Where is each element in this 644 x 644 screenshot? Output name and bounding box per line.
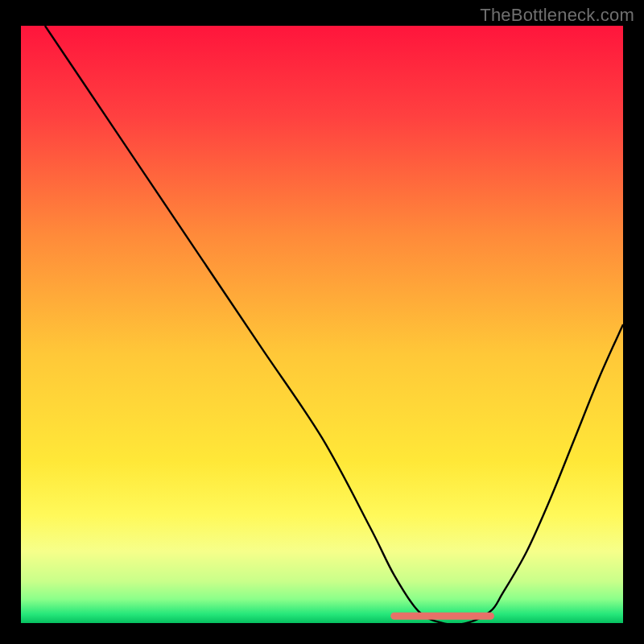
chart-svg [21,26,623,623]
plot-inner [21,26,623,623]
chart-frame: TheBottleneck.com [0,0,644,644]
plot-area [21,26,623,623]
watermark-text: TheBottleneck.com [480,5,634,26]
gradient-background [21,26,623,623]
